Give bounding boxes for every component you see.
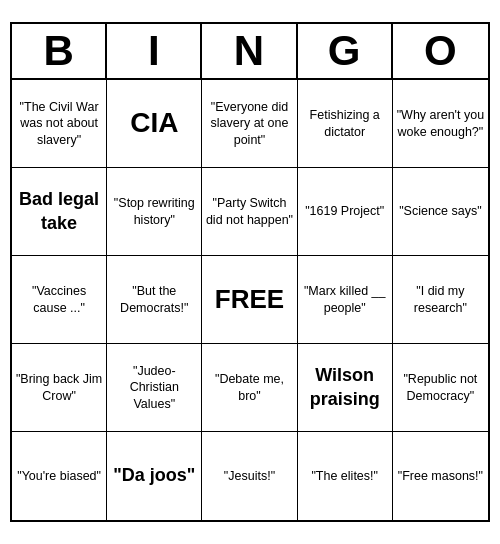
- header-letter: O: [393, 24, 488, 78]
- bingo-cell: "Why aren't you woke enough?": [393, 80, 488, 168]
- bingo-cell: "Everyone did slavery at one point": [202, 80, 297, 168]
- bingo-cell: "Da joos": [107, 432, 202, 520]
- bingo-cell: "You're biased": [12, 432, 107, 520]
- bingo-cell: "Science says": [393, 168, 488, 256]
- bingo-cell: "Vaccines cause ...": [12, 256, 107, 344]
- bingo-cell: "Free masons!": [393, 432, 488, 520]
- bingo-cell: Wilson praising: [298, 344, 393, 432]
- bingo-cell: CIA: [107, 80, 202, 168]
- bingo-cell: FREE: [202, 256, 297, 344]
- header-letter: B: [12, 24, 107, 78]
- bingo-grid: "The Civil War was not about slavery"CIA…: [12, 80, 488, 520]
- bingo-cell: "Republic not Democracy": [393, 344, 488, 432]
- header-letter: G: [298, 24, 393, 78]
- bingo-cell: "Marx killed __ people": [298, 256, 393, 344]
- bingo-cell: "1619 Project": [298, 168, 393, 256]
- bingo-cell: "But the Democrats!": [107, 256, 202, 344]
- bingo-cell: "Party Switch did not happen": [202, 168, 297, 256]
- bingo-cell: "The elites!": [298, 432, 393, 520]
- bingo-cell: "Jesuits!": [202, 432, 297, 520]
- bingo-cell: "The Civil War was not about slavery": [12, 80, 107, 168]
- bingo-cell: "Stop rewriting history": [107, 168, 202, 256]
- bingo-cell: Fetishizing a dictator: [298, 80, 393, 168]
- header-letter: I: [107, 24, 202, 78]
- bingo-header: BINGO: [12, 24, 488, 80]
- bingo-cell: "Debate me, bro": [202, 344, 297, 432]
- bingo-card: BINGO "The Civil War was not about slave…: [10, 22, 490, 522]
- bingo-cell: "I did my research": [393, 256, 488, 344]
- bingo-cell: "Judeo-Christian Values": [107, 344, 202, 432]
- bingo-cell: "Bring back Jim Crow": [12, 344, 107, 432]
- bingo-cell: Bad legal take: [12, 168, 107, 256]
- header-letter: N: [202, 24, 297, 78]
